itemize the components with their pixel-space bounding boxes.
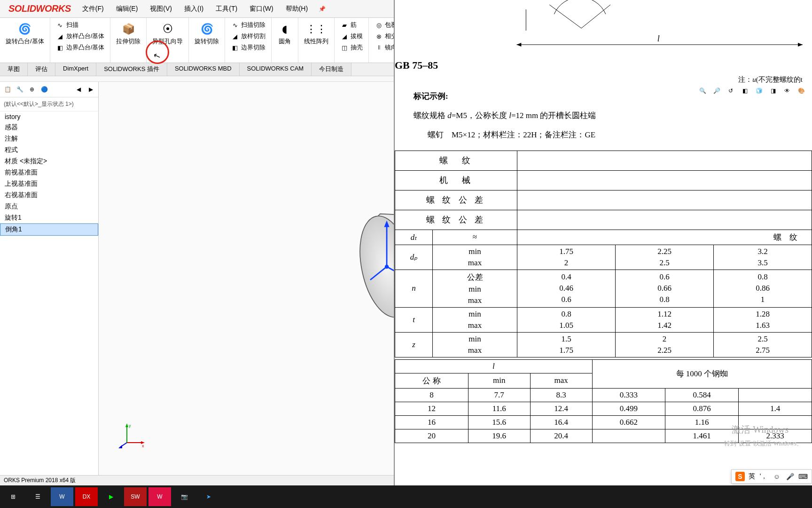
app-logo: SOLIDWORKS bbox=[4, 3, 76, 14]
taskbar-app-icon[interactable]: ➤ bbox=[197, 487, 220, 506]
reference-document: l GB 75–85 注：u(不完整螺纹的t 标记示例: 螺纹规格 d=M5，公… bbox=[394, 0, 812, 485]
boundary-cut-button[interactable]: ◧边界切除 bbox=[229, 42, 267, 53]
rib-button[interactable]: ▰筋 bbox=[338, 20, 365, 30]
ime-punct-icon[interactable]: '， bbox=[759, 472, 768, 481]
loft-cut-icon: ◢ bbox=[231, 32, 239, 40]
sweep-button[interactable]: ∿扫描 bbox=[54, 20, 107, 30]
ime-lang[interactable]: 英 bbox=[749, 472, 755, 481]
tree-item-revolve1[interactable]: 旋转1 bbox=[0, 212, 98, 223]
ime-keyboard-icon[interactable]: ⌨ bbox=[798, 472, 808, 481]
taskbar-solidworks-icon[interactable]: SW bbox=[124, 487, 147, 506]
svg-marker-11 bbox=[118, 445, 122, 448]
view-triad[interactable]: y x bbox=[117, 421, 146, 450]
tree-item-origin[interactable]: 原点 bbox=[0, 201, 98, 212]
previous-view-icon[interactable]: ↺ bbox=[725, 85, 737, 97]
menu-window[interactable]: 窗口(W) bbox=[244, 3, 279, 15]
mirror-icon: ⦀ bbox=[375, 43, 383, 52]
tree-tab-config-icon[interactable]: ⊕ bbox=[26, 84, 38, 95]
taskbar-wps-icon[interactable]: W bbox=[148, 487, 171, 506]
tree-item-sensors[interactable]: 感器 bbox=[0, 122, 98, 133]
ime-toolbar[interactable]: S 英 '， ☺ 🎤 ⌨ bbox=[731, 469, 812, 484]
tree-item-history[interactable]: istory bbox=[0, 111, 98, 122]
menu-insert[interactable]: 插入(I) bbox=[179, 3, 209, 15]
loft-cut-button[interactable]: ◢放样切割 bbox=[229, 31, 267, 41]
tree-tab-display-icon[interactable]: 🔵 bbox=[39, 84, 50, 95]
tree-item-equations[interactable]: 程式 bbox=[0, 144, 98, 156]
cell-dp: dₚ bbox=[395, 245, 433, 270]
revolve-cut-button[interactable]: 🌀 旋转切除 bbox=[193, 20, 221, 47]
cursor-icon: ↖ bbox=[152, 50, 162, 62]
wrap-icon: ◎ bbox=[375, 21, 383, 29]
sweep-cut-button[interactable]: ∿扫描切除 bbox=[229, 20, 267, 30]
tree-item-annotations[interactable]: 注解 bbox=[0, 133, 98, 144]
ime-emoji-icon[interactable]: ☺ bbox=[772, 472, 781, 481]
pattern-icon: ⋮⋮ bbox=[309, 22, 324, 37]
svg-point-5 bbox=[385, 265, 389, 269]
tab-dimxpert[interactable]: DimXpert bbox=[55, 63, 96, 76]
tree-item-right-plane[interactable]: 右视基准面 bbox=[0, 190, 98, 201]
menu-help[interactable]: 帮助(H) bbox=[280, 3, 313, 15]
tree-item-front-plane[interactable]: 前视基准面 bbox=[0, 167, 98, 178]
zoom-area-icon[interactable]: 🔎 bbox=[710, 85, 723, 97]
taskbar-media-icon[interactable]: ▶ bbox=[100, 487, 122, 506]
menu-view[interactable]: 视图(V) bbox=[144, 3, 178, 15]
tab-sw-cam[interactable]: SOLIDWORKS CAM bbox=[240, 63, 312, 76]
shell-icon: ◫ bbox=[340, 43, 349, 52]
taskbar-dx-icon[interactable]: DX bbox=[75, 487, 98, 506]
doc-example-line2: 螺钉 M5×12；材料栏注：22H；备注栏注：GE bbox=[395, 126, 812, 145]
section-view-icon[interactable]: ◧ bbox=[739, 85, 751, 97]
start-button[interactable]: ⊞ bbox=[2, 487, 24, 506]
status-version: ORKS Premium 2018 x64 版 bbox=[4, 477, 76, 484]
tab-evaluate[interactable]: 评估 bbox=[28, 63, 55, 76]
appearance-icon[interactable]: 🎨 bbox=[795, 85, 807, 97]
taskbar-word-icon[interactable]: W bbox=[51, 487, 73, 506]
svg-line-15 bbox=[549, 5, 581, 28]
revolve-boss-button[interactable]: 🌀 旋转凸台/基体 bbox=[4, 20, 46, 47]
hole-wizard-button[interactable]: ⦿ 异型孔向导 bbox=[150, 20, 185, 47]
boundary-button[interactable]: ◧边界凸台/基体 bbox=[54, 42, 107, 53]
draft-icon: ◢ bbox=[340, 32, 349, 40]
taskbar: ⊞ ☰ W DX ▶ SW W 📷 ➤ bbox=[0, 485, 812, 508]
fillet-button[interactable]: ◖ 圆角 bbox=[275, 20, 294, 47]
ime-logo-icon[interactable]: S bbox=[735, 472, 745, 481]
rib-icon: ▰ bbox=[340, 21, 349, 29]
loft-button[interactable]: ◢放样凸台/基体 bbox=[54, 31, 107, 41]
task-view-button[interactable]: ☰ bbox=[26, 487, 49, 506]
linear-pattern-button[interactable]: ⋮⋮ 线性阵列 bbox=[302, 20, 330, 47]
taskbar-camera-icon[interactable]: 📷 bbox=[173, 487, 195, 506]
tree-item-top-plane[interactable]: 上视基准面 bbox=[0, 178, 98, 190]
length-row-8: 87.78.3 0.3330.584 bbox=[395, 388, 812, 402]
shell-button[interactable]: ◫抽壳 bbox=[338, 42, 365, 53]
length-row-12: 1211.612.4 0.4990.8761.4 bbox=[395, 402, 812, 415]
menu-file[interactable]: 文件(F) bbox=[77, 3, 109, 15]
svg-marker-18 bbox=[516, 43, 521, 47]
reference-table: 螺 纹 机 械 螺 纹 公 差 螺 纹 公 差 dₜ ≈ 螺 纹 dₚ minm… bbox=[395, 151, 812, 357]
status-bar: ORKS Premium 2018 x64 版 bbox=[0, 475, 394, 485]
tree-display-state: (默认<<默认>_显示状态 1>) bbox=[0, 97, 98, 111]
tree-item-material[interactable]: 材质 <未指定> bbox=[0, 156, 98, 167]
zoom-fit-icon[interactable]: 🔍 bbox=[696, 85, 709, 97]
tree-nav-left-icon[interactable]: ◀ bbox=[73, 84, 84, 95]
view-orientation-icon[interactable]: 🧊 bbox=[753, 85, 765, 97]
tab-sketch[interactable]: 草图 bbox=[0, 63, 28, 76]
tree-nav-right-icon[interactable]: ▶ bbox=[85, 84, 96, 95]
revolve-icon: 🌀 bbox=[17, 22, 32, 37]
tree-tab-feature-icon[interactable]: 📋 bbox=[2, 84, 13, 95]
feature-tree: istory 感器 注解 程式 材质 <未指定> 前视基准面 上视基准面 右视基… bbox=[0, 111, 98, 478]
hide-show-icon[interactable]: 👁 bbox=[781, 85, 793, 97]
draft-button[interactable]: ◢拔模 bbox=[338, 31, 365, 41]
menu-edit[interactable]: 编辑(E) bbox=[110, 3, 144, 15]
tree-item-fillet1[interactable]: 倒角1 bbox=[0, 223, 98, 236]
display-style-icon[interactable]: ◨ bbox=[767, 85, 779, 97]
cell-dt: dₜ bbox=[395, 230, 433, 245]
tab-sw-mbd[interactable]: SOLIDWORKS MBD bbox=[167, 63, 240, 76]
extrude-cut-button[interactable]: 📦 拉伸切除 bbox=[114, 20, 142, 47]
tab-sw-addins[interactable]: SOLIDWORKS 插件 bbox=[96, 63, 167, 76]
tree-tab-property-icon[interactable]: 🔧 bbox=[14, 84, 25, 95]
pin-icon[interactable]: 📌 bbox=[315, 2, 328, 16]
boundary-cut-icon: ◧ bbox=[231, 43, 239, 52]
svg-line-16 bbox=[581, 5, 610, 28]
menu-tools[interactable]: 工具(T) bbox=[210, 3, 243, 15]
ime-mic-icon[interactable]: 🎤 bbox=[785, 472, 795, 481]
tab-today[interactable]: 今日制造 bbox=[312, 63, 351, 76]
